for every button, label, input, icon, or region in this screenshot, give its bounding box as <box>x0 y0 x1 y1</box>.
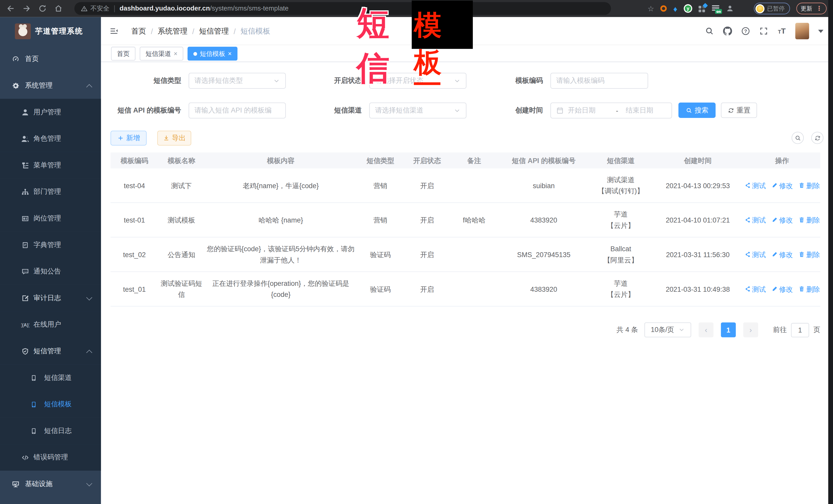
sidebar-item-notice[interactable]: 通知公告 <box>0 258 101 285</box>
prev-page-button[interactable]: ‹ <box>699 322 714 337</box>
question-icon[interactable]: ? <box>741 27 750 35</box>
sidebar-item-sms-management[interactable]: 短信管理 <box>0 338 101 364</box>
export-button[interactable]: 导出 <box>157 131 191 146</box>
edit-link[interactable]: 修改 <box>771 249 793 260</box>
filter-label-sms-channel: 短信渠道 <box>291 102 362 118</box>
font-size-icon[interactable]: TT <box>777 27 786 35</box>
extension-grid-icon[interactable] <box>699 5 706 12</box>
breadcrumb-item[interactable]: 首页 <box>131 27 146 36</box>
test-link[interactable]: 测试 <box>744 214 766 225</box>
chevron-down-icon <box>86 480 92 486</box>
delete-link[interactable]: 删除 <box>798 283 820 294</box>
reset-button[interactable]: 重置 <box>721 102 757 118</box>
extension-diamond-icon[interactable]: ♦ <box>673 5 677 13</box>
sidebar-item-post-management[interactable]: 岗位管理 <box>0 205 101 232</box>
chevron-down-icon[interactable] <box>818 29 824 32</box>
extensions-puzzle-icon[interactable] <box>740 5 747 12</box>
sidebar-item-label: 用户管理 <box>33 107 61 117</box>
browser-menu-icon[interactable]: ⋮ <box>816 5 823 12</box>
back-icon[interactable] <box>6 4 15 13</box>
next-page-button[interactable]: › <box>743 322 758 337</box>
delete-link[interactable]: 删除 <box>798 214 820 225</box>
github-icon[interactable] <box>723 27 732 35</box>
page-1-button[interactable]: 1 <box>721 322 736 337</box>
column-header-name: 模板名称 <box>158 155 204 166</box>
sidebar-item-home[interactable]: 首页 <box>0 46 101 72</box>
sidebar-item-label: 菜单管理 <box>33 161 61 170</box>
profile-paused-pill[interactable]: 已暂停 <box>754 3 790 14</box>
broadcast-icon: ((A)) <box>21 321 29 329</box>
hamburger-icon[interactable] <box>110 27 118 35</box>
close-icon[interactable]: × <box>174 50 178 57</box>
reload-icon[interactable] <box>38 4 47 13</box>
sidebar-item-audit-log[interactable]: 审计日志 <box>0 285 101 311</box>
sidebar-item-online-user[interactable]: ((A))在线用户 <box>0 311 101 338</box>
sidebar-item-system-management[interactable]: 系统管理 <box>0 72 101 99</box>
search-icon[interactable] <box>705 27 714 35</box>
edit-link[interactable]: 修改 <box>771 283 793 294</box>
user-icon <box>21 108 29 116</box>
sidebar-item-dict-management[interactable]: 字典管理 <box>0 232 101 258</box>
test-link[interactable]: 测试 <box>744 180 766 191</box>
template-code-input[interactable]: 请输入模板编码 <box>550 73 648 89</box>
address-bar[interactable]: 不安全 dashboard.yudao.iocoder.cn/system/sm… <box>74 2 611 15</box>
action-label: 删除 <box>806 180 820 191</box>
sms-channel-select[interactable]: 请选择短信渠道 <box>369 102 467 118</box>
search-button[interactable]: 搜索 <box>679 102 716 118</box>
fullscreen-icon[interactable] <box>759 27 768 35</box>
extension-list-on-icon[interactable]: on <box>712 5 720 12</box>
placeholder-text: 请输入模板编码 <box>556 76 642 86</box>
phone-icon <box>30 374 37 381</box>
add-button[interactable]: 新增 <box>111 131 147 146</box>
bookmark-star-icon[interactable]: ☆ <box>647 5 654 12</box>
toggle-search-button[interactable] <box>791 132 804 144</box>
channel-code: 【云片】 <box>592 220 650 231</box>
test-link[interactable]: 测试 <box>744 249 766 260</box>
breadcrumb-item[interactable]: 短信管理 <box>199 27 229 36</box>
cell-api_template_id: 4383920 <box>498 214 590 225</box>
column-header-remark: 备注 <box>450 155 498 166</box>
extension-y-icon[interactable]: y <box>684 4 692 13</box>
app-logo[interactable]: 芋道管理系统 <box>0 17 101 46</box>
sidebar-item-infrastructure[interactable]: 基础设施 <box>0 471 101 497</box>
extension-donut-icon[interactable] <box>661 5 667 12</box>
security-chip[interactable]: 不安全 <box>81 4 110 13</box>
sidebar-item-label: 审计日志 <box>33 293 61 303</box>
status-select[interactable]: 请选择开启状态 <box>369 73 467 89</box>
chrome-update-button[interactable]: 更新 ⋮ <box>796 3 827 14</box>
cell-api_template_id: SMS_207945135 <box>498 249 590 260</box>
sidebar-item-user-management[interactable]: 用户管理 <box>0 99 101 125</box>
edit-link[interactable]: 修改 <box>771 180 793 191</box>
forward-icon[interactable] <box>22 4 31 13</box>
page-unit-label: 页 <box>813 325 820 335</box>
tab-home[interactable]: 首页 <box>111 47 135 61</box>
api-template-id-input[interactable]: 请输入短信 API 的模板编 <box>189 102 286 118</box>
extension-profile-icon[interactable] <box>727 5 734 12</box>
sidebar-item-dept-management[interactable]: 部门管理 <box>0 178 101 205</box>
page-size-select[interactable]: 10条/页 <box>644 322 691 337</box>
refresh-icon <box>814 135 820 141</box>
sidebar-item-sms-channel[interactable]: 短信渠道 <box>0 364 101 391</box>
edit-link[interactable]: 修改 <box>771 214 793 225</box>
gear-icon <box>12 81 20 90</box>
sidebar-item-role-management[interactable]: 角色管理 <box>0 125 101 152</box>
sidebar-item-error-code-management[interactable]: 错误码管理 <box>0 444 101 471</box>
close-icon[interactable]: × <box>228 50 232 57</box>
create-time-daterange[interactable]: 开始日期-结束日期 <box>550 102 672 118</box>
refresh-table-button[interactable] <box>811 132 824 144</box>
breadcrumb-item[interactable]: 系统管理 <box>158 27 187 36</box>
delete-link[interactable]: 删除 <box>798 180 820 191</box>
sidebar-item-sms-log[interactable]: 短信日志 <box>0 417 101 444</box>
user-avatar[interactable] <box>795 23 809 39</box>
tab-sms-channel[interactable]: 短信渠道× <box>140 47 183 61</box>
goto-page-input[interactable] <box>791 323 809 337</box>
sms-type-select[interactable]: 请选择短信类型 <box>189 73 286 89</box>
test-link[interactable]: 测试 <box>744 283 766 294</box>
sidebar-item-label: 基础设施 <box>25 479 52 488</box>
tab-sms-template[interactable]: 短信模板× <box>187 47 237 61</box>
sidebar-item-sms-template[interactable]: 短信模板 <box>0 391 101 417</box>
delete-link[interactable]: 删除 <box>798 249 820 260</box>
home-icon[interactable] <box>54 4 63 13</box>
sidebar-item-menu-management[interactable]: 菜单管理 <box>0 152 101 179</box>
column-header-code: 模板编码 <box>111 155 158 166</box>
